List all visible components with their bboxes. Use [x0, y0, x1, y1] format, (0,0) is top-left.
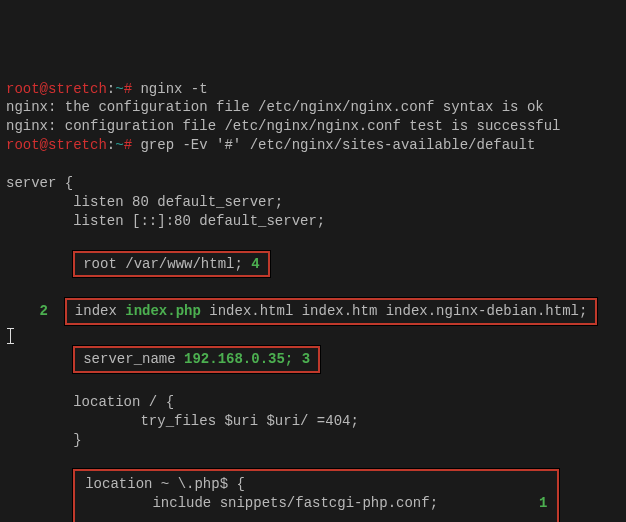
annotation-4: 4 — [251, 256, 259, 272]
nginx-output-1: nginx: the configuration file /etc/nginx… — [6, 99, 544, 115]
text-cursor-icon — [6, 328, 16, 344]
server-open: server { — [6, 175, 73, 191]
highlight-box-php: location ~ \.php$ { include snippets/fas… — [73, 469, 559, 522]
annotation-1: 1 — [539, 495, 547, 511]
nginx-output-2: nginx: configuration file /etc/nginx/ngi… — [6, 118, 561, 134]
location-close: } — [6, 432, 82, 448]
location-open: location / { — [6, 394, 174, 410]
location-tryfiles: try_files $uri $uri/ =404; — [6, 413, 359, 429]
listen-2: listen [::]:80 default_server; — [6, 213, 325, 229]
terminal-output: root@stretch:~# nginx -t nginx: the conf… — [6, 80, 620, 522]
highlight-box-servername: server_name 192.168.0.35; 3 — [73, 346, 320, 373]
prompt-path: ~ — [115, 81, 123, 97]
command-2: grep -Ev '#' /etc/nginx/sites-available/… — [140, 137, 535, 153]
annotation-2: 2 — [40, 303, 48, 319]
command-1: nginx -t — [140, 81, 207, 97]
highlight-box-index: index index.php index.html index.htm ind… — [65, 298, 598, 325]
annotation-3: 3 — [302, 351, 310, 367]
prompt-user: root@stretch — [6, 81, 107, 97]
highlight-box-root: root /var/www/html; 4 — [73, 251, 269, 278]
listen-1: listen 80 default_server; — [6, 194, 283, 210]
